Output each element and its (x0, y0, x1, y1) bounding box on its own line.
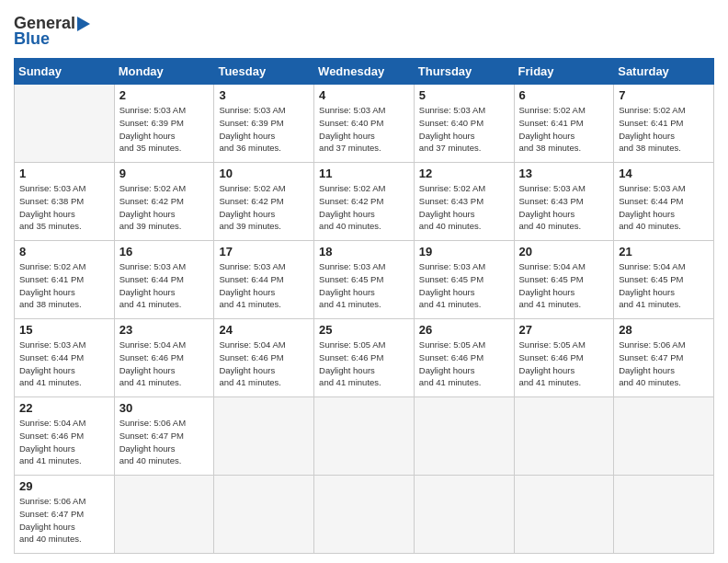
week-row-5: 22Sunrise: 5:04 AMSunset: 6:46 PMDayligh… (15, 397, 714, 476)
day-info: Sunrise: 5:06 AMSunset: 6:47 PMDaylight … (19, 496, 85, 544)
day-info: Sunrise: 5:03 AMSunset: 6:44 PMDaylight … (219, 261, 285, 309)
day-number: 3 (219, 88, 309, 102)
day-number: 6 (519, 88, 609, 102)
day-number: 27 (519, 323, 609, 337)
day-info: Sunrise: 5:06 AMSunset: 6:47 PMDaylight … (119, 418, 186, 465)
day-number: 8 (19, 245, 109, 259)
calendar-cell: 15Sunrise: 5:03 AMSunset: 6:44 PMDayligh… (15, 319, 115, 397)
week-row-4: 15Sunrise: 5:03 AMSunset: 6:44 PMDayligh… (15, 319, 714, 397)
day-info: Sunrise: 5:05 AMSunset: 6:46 PMDaylight … (419, 339, 485, 387)
day-info: Sunrise: 5:04 AMSunset: 6:45 PMDaylight … (619, 261, 685, 309)
calendar-cell: 5Sunrise: 5:03 AMSunset: 6:40 PMDaylight… (414, 85, 514, 163)
day-info: Sunrise: 5:02 AMSunset: 6:43 PMDaylight … (419, 183, 485, 231)
calendar-cell: 1Sunrise: 5:03 AMSunset: 6:38 PMDaylight… (15, 163, 115, 241)
day-number: 4 (319, 88, 409, 102)
day-info: Sunrise: 5:03 AMSunset: 6:39 PMDaylight … (219, 105, 285, 153)
day-number: 26 (419, 323, 509, 337)
day-info: Sunrise: 5:02 AMSunset: 6:42 PMDaylight … (319, 183, 385, 231)
calendar-cell: 16Sunrise: 5:03 AMSunset: 6:44 PMDayligh… (114, 241, 214, 319)
day-info: Sunrise: 5:03 AMSunset: 6:44 PMDaylight … (119, 261, 186, 309)
calendar-cell: 8Sunrise: 5:02 AMSunset: 6:41 PMDaylight… (15, 241, 115, 319)
day-number: 30 (119, 401, 210, 415)
day-number: 25 (319, 323, 409, 337)
calendar-cell: 28Sunrise: 5:06 AMSunset: 6:47 PMDayligh… (614, 319, 714, 397)
day-info: Sunrise: 5:04 AMSunset: 6:46 PMDaylight … (19, 418, 85, 465)
logo-blue: Blue (14, 29, 50, 49)
weekday-header-thursday: Thursday (414, 59, 514, 85)
weekday-header-saturday: Saturday (614, 59, 714, 85)
calendar-cell: 10Sunrise: 5:02 AMSunset: 6:42 PMDayligh… (214, 163, 314, 241)
calendar-cell: 14Sunrise: 5:03 AMSunset: 6:44 PMDayligh… (614, 163, 714, 241)
calendar-cell (114, 476, 214, 554)
calendar-cell: 13Sunrise: 5:03 AMSunset: 6:43 PMDayligh… (514, 163, 614, 241)
logo-arrow-icon (77, 17, 90, 31)
header: General Blue (14, 14, 714, 49)
day-number: 24 (219, 323, 309, 337)
day-number: 22 (19, 401, 109, 415)
day-number: 17 (219, 245, 309, 259)
day-info: Sunrise: 5:03 AMSunset: 6:38 PMDaylight … (19, 183, 85, 231)
day-number: 18 (319, 245, 409, 259)
calendar-cell (214, 397, 314, 476)
day-number: 20 (519, 245, 609, 259)
day-info: Sunrise: 5:02 AMSunset: 6:41 PMDaylight … (19, 261, 85, 309)
calendar-cell: 3Sunrise: 5:03 AMSunset: 6:39 PMDaylight… (214, 85, 314, 163)
calendar-cell (214, 476, 314, 554)
day-info: Sunrise: 5:02 AMSunset: 6:41 PMDaylight … (519, 105, 586, 153)
week-row-1: 2Sunrise: 5:03 AMSunset: 6:39 PMDaylight… (15, 85, 714, 163)
calendar-table: SundayMondayTuesdayWednesdayThursdayFrid… (14, 58, 714, 554)
calendar-cell (414, 397, 514, 476)
calendar-cell: 6Sunrise: 5:02 AMSunset: 6:41 PMDaylight… (514, 85, 614, 163)
day-info: Sunrise: 5:03 AMSunset: 6:44 PMDaylight … (19, 339, 85, 387)
weekday-header-row: SundayMondayTuesdayWednesdayThursdayFrid… (15, 59, 714, 85)
day-number: 11 (319, 167, 409, 180)
day-number: 7 (619, 88, 709, 102)
calendar-cell: 27Sunrise: 5:05 AMSunset: 6:46 PMDayligh… (514, 319, 614, 397)
calendar-cell: 2Sunrise: 5:03 AMSunset: 6:39 PMDaylight… (114, 85, 214, 163)
calendar-cell: 23Sunrise: 5:04 AMSunset: 6:46 PMDayligh… (114, 319, 214, 397)
day-info: Sunrise: 5:04 AMSunset: 6:45 PMDaylight … (519, 261, 586, 309)
calendar-cell: 21Sunrise: 5:04 AMSunset: 6:45 PMDayligh… (614, 241, 714, 319)
logo: General Blue (14, 14, 90, 49)
calendar-cell (15, 85, 115, 163)
day-number: 1 (19, 167, 109, 180)
calendar-cell: 9Sunrise: 5:02 AMSunset: 6:42 PMDaylight… (114, 163, 214, 241)
calendar-cell: 29Sunrise: 5:06 AMSunset: 6:47 PMDayligh… (15, 476, 115, 554)
day-info: Sunrise: 5:05 AMSunset: 6:46 PMDaylight … (519, 339, 586, 387)
calendar-cell: 25Sunrise: 5:05 AMSunset: 6:46 PMDayligh… (314, 319, 415, 397)
day-info: Sunrise: 5:03 AMSunset: 6:44 PMDaylight … (619, 183, 685, 231)
day-info: Sunrise: 5:03 AMSunset: 6:40 PMDaylight … (319, 105, 385, 153)
calendar-cell (614, 397, 714, 476)
day-info: Sunrise: 5:02 AMSunset: 6:42 PMDaylight … (119, 183, 186, 231)
calendar-cell (314, 476, 415, 554)
day-info: Sunrise: 5:02 AMSunset: 6:42 PMDaylight … (219, 183, 285, 231)
calendar-cell: 26Sunrise: 5:05 AMSunset: 6:46 PMDayligh… (414, 319, 514, 397)
day-number: 16 (119, 245, 210, 259)
day-info: Sunrise: 5:03 AMSunset: 6:43 PMDaylight … (519, 183, 586, 231)
day-info: Sunrise: 5:03 AMSunset: 6:40 PMDaylight … (419, 105, 485, 153)
day-info: Sunrise: 5:06 AMSunset: 6:47 PMDaylight … (619, 339, 685, 387)
day-number: 2 (119, 88, 210, 102)
calendar-cell (614, 476, 714, 554)
calendar-cell: 22Sunrise: 5:04 AMSunset: 6:46 PMDayligh… (15, 397, 115, 476)
day-number: 28 (619, 323, 709, 337)
calendar-cell (514, 476, 614, 554)
weekday-header-monday: Monday (114, 59, 214, 85)
day-info: Sunrise: 5:03 AMSunset: 6:39 PMDaylight … (119, 105, 186, 153)
weekday-header-wednesday: Wednesday (314, 59, 415, 85)
day-number: 9 (119, 167, 210, 180)
weekday-header-sunday: Sunday (15, 59, 115, 85)
calendar-cell: 4Sunrise: 5:03 AMSunset: 6:40 PMDaylight… (314, 85, 415, 163)
weekday-header-tuesday: Tuesday (214, 59, 314, 85)
calendar-cell: 19Sunrise: 5:03 AMSunset: 6:45 PMDayligh… (414, 241, 514, 319)
day-number: 23 (119, 323, 210, 337)
day-info: Sunrise: 5:03 AMSunset: 6:45 PMDaylight … (419, 261, 485, 309)
day-number: 14 (619, 167, 709, 180)
calendar-cell: 30Sunrise: 5:06 AMSunset: 6:47 PMDayligh… (114, 397, 214, 476)
day-info: Sunrise: 5:04 AMSunset: 6:46 PMDaylight … (119, 339, 186, 387)
weekday-header-friday: Friday (514, 59, 614, 85)
calendar-cell (514, 397, 614, 476)
day-number: 15 (19, 323, 109, 337)
day-number: 19 (419, 245, 509, 259)
week-row-3: 8Sunrise: 5:02 AMSunset: 6:41 PMDaylight… (15, 241, 714, 319)
